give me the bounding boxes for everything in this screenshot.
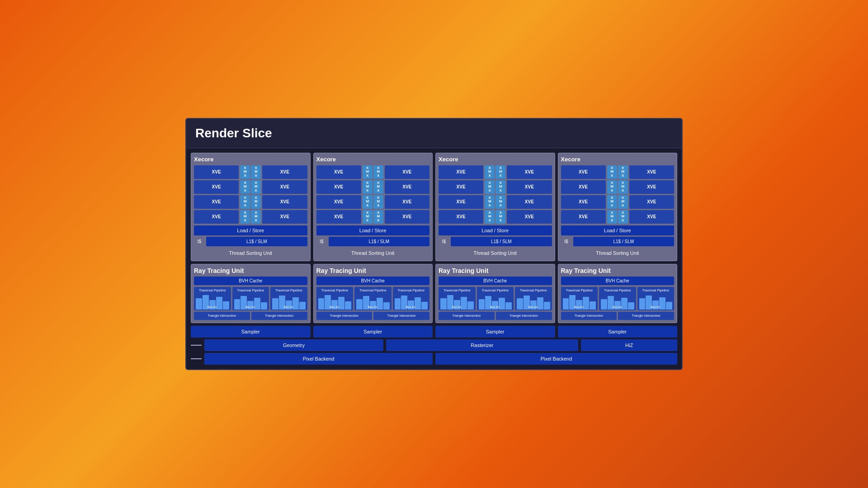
- xve-rows-4: XVE XMX XMX XVE XVE XMX XMX XVE: [561, 165, 675, 224]
- xve-rows-3: XVE XMX XMX XVE XVE XMX XMX XVE: [439, 165, 552, 224]
- traversal-pipeline: Traversal Pipeline Box Int.: [316, 287, 354, 310]
- xe-cores-row: Xecore XVE XMX XMX XVE XVE: [191, 153, 677, 261]
- triangle-intersection: Triangle Intersection: [251, 312, 307, 320]
- rt-unit-4: Ray Tracing Unit BVH Cache Traversal Pip…: [558, 264, 678, 323]
- rt-title-3: Ray Tracing Unit: [439, 267, 552, 274]
- traversal-label: Traversal Pipeline: [195, 288, 230, 292]
- xmx-block: XMX: [240, 210, 250, 224]
- page-title: Render Slice: [195, 126, 673, 141]
- xve-block: XVE: [194, 180, 239, 194]
- xve-row: XVE XMX XMX XVE: [194, 180, 307, 194]
- main-container: Render Slice Xecore XVE XMX XMX: [185, 118, 683, 370]
- thread-sort-1: Thread Sorting Unit: [194, 248, 307, 258]
- geo-rast-row: Geometry Rasterizer HiZ: [191, 339, 677, 351]
- bvh-cache-4: BVH Cache: [561, 277, 675, 285]
- xve-block: XVE: [262, 165, 307, 179]
- xve-row: XVE XMX XMX XVE: [194, 210, 307, 224]
- triangle-row-4: Triangle Intersection Triangle Intersect…: [561, 312, 675, 320]
- bvh-cache-2: BVH Cache: [316, 277, 430, 285]
- traversal-pipeline: Traversal Pipeline Box Int.: [354, 287, 392, 310]
- sampler-4: Sampler: [558, 326, 678, 338]
- load-store-2: Load / Store: [316, 225, 430, 235]
- load-store-3: Load / Store: [439, 225, 552, 235]
- xve-block: XVE: [194, 195, 239, 209]
- xve-row: XVE XMX XMX XVE: [194, 195, 307, 209]
- traversal-bars: Box Int.: [233, 294, 269, 310]
- box-int-label: Box Int.: [271, 305, 307, 309]
- sampler-row: Sampler Sampler Sampler Sampler: [191, 326, 677, 338]
- traversal-pipeline: Traversal Pipeline Box Int.: [194, 287, 231, 310]
- xve-block: XVE: [262, 210, 307, 224]
- xve-block: XVE: [194, 210, 239, 224]
- box-int-label: Box Int.: [233, 305, 269, 309]
- xmx-group: XMX XMX: [240, 165, 261, 179]
- xe-core-1-title: Xecore: [194, 156, 307, 163]
- xe-core-2: Xecore XVE XMX XMX XVE XVE XMX: [313, 153, 433, 261]
- xve-row: XVE XMX XMX XVE: [561, 165, 675, 179]
- traversal-row-4: Traversal Pipeline Box Int. Traversal Pi…: [561, 287, 675, 310]
- traversal-bars: Box Int.: [195, 294, 230, 310]
- xmx-block: XMX: [251, 210, 261, 224]
- rt-title-1: Ray Tracing Unit: [194, 267, 307, 274]
- cache-row-3: I$ L1$ / SLM: [439, 237, 552, 246]
- traversal-row-1: Traversal Pipeline Box Int. Traversal Pi…: [194, 287, 307, 310]
- cache-row-4: I$ L1$ / SLM: [561, 237, 675, 246]
- xe-core-4-title: Xecore: [561, 156, 675, 163]
- thread-sort-2: Thread Sorting Unit: [316, 248, 430, 258]
- xve-row: XVE XMX XMX XVE: [561, 195, 675, 209]
- xe-core-3-title: Xecore: [439, 156, 552, 163]
- triangle-row-1: Triangle Intersection Triangle Intersect…: [194, 312, 307, 320]
- bottom-section: Sampler Sampler Sampler Sampler Geometry…: [191, 326, 677, 365]
- bvh-cache-3: BVH Cache: [439, 277, 552, 285]
- xve-row: XVE XMX XMX XVE: [316, 180, 430, 194]
- xve-row: XVE XMX XMX XVE: [439, 195, 552, 209]
- pixel-line: [191, 358, 202, 359]
- xve-row: XVE XMX XMX XVE: [439, 165, 552, 179]
- pixel-row: Pixel Backend Pixel Backend: [191, 353, 677, 365]
- sampler-3: Sampler: [435, 326, 555, 338]
- title-bar: Render Slice: [186, 119, 682, 148]
- traversal-bars: Box Int.: [271, 294, 307, 310]
- rt-title-4: Ray Tracing Unit: [561, 267, 675, 274]
- traversal-pipeline: Traversal Pipeline Box Int.: [599, 287, 636, 310]
- traversal-pipeline: Traversal Pipeline Box Int.: [232, 287, 269, 310]
- rt-units-row: Ray Tracing Unit BVH Cache Traversal Pip…: [191, 264, 677, 323]
- xe-core-4: Xecore XVE XMX XMX XVE XVE XMX: [558, 153, 678, 261]
- sampler-1: Sampler: [191, 326, 311, 338]
- i-cache-1: I$: [194, 237, 205, 246]
- xve-row: XVE XMX XMX XVE: [439, 180, 552, 194]
- xmx-group: XMX XMX: [240, 210, 261, 224]
- traversal-row-2: Traversal Pipeline Box Int. Traversal Pi…: [316, 287, 430, 310]
- xve-row: XVE XMX XMX XVE: [561, 180, 675, 194]
- hiz-block: HiZ: [581, 339, 677, 351]
- thread-sort-3: Thread Sorting Unit: [439, 248, 552, 258]
- xmx-block: XMX: [251, 195, 261, 209]
- thread-sort-4: Thread Sorting Unit: [561, 248, 675, 258]
- rt-unit-2: Ray Tracing Unit BVH Cache Traversal Pip…: [313, 264, 433, 323]
- geometry-block: Geometry: [204, 339, 383, 351]
- xve-row: XVE XMX XMX XVE: [194, 165, 307, 179]
- xe-core-2-title: Xecore: [316, 156, 430, 163]
- load-store-4: Load / Store: [561, 225, 675, 235]
- pixel-backend-2: Pixel Backend: [435, 353, 677, 365]
- rt-title-2: Ray Tracing Unit: [316, 267, 430, 274]
- traversal-label: Traversal Pipeline: [271, 288, 307, 292]
- pixel-backend-1: Pixel Backend: [204, 353, 433, 365]
- l1-slm-1: L1$ / SLM: [206, 237, 307, 246]
- xmx-group: XMX XMX: [240, 195, 261, 209]
- traversal-label: Traversal Pipeline: [233, 288, 269, 292]
- xve-row: XVE XMX XMX XVE: [316, 195, 430, 209]
- xe-core-3: Xecore XVE XMX XMX XVE XVE XMX: [435, 153, 555, 261]
- cache-row-2: I$ L1$ / SLM: [316, 237, 430, 246]
- xmx-block: XMX: [240, 195, 250, 209]
- rt-unit-3: Ray Tracing Unit BVH Cache Traversal Pip…: [435, 264, 555, 323]
- rasterizer-block: Rasterizer: [386, 339, 579, 351]
- triangle-row-3: Triangle Intersection Triangle Intersect…: [439, 312, 552, 320]
- xve-rows-1: XVE XMX XMX XVE XVE XMX XMX: [194, 165, 307, 224]
- rt-unit-1: Ray Tracing Unit BVH Cache Traversal Pip…: [191, 264, 311, 323]
- bvh-cache-1: BVH Cache: [194, 277, 307, 285]
- xe-core-1: Xecore XVE XMX XMX XVE XVE: [191, 153, 311, 261]
- xve-block: XVE: [262, 180, 307, 194]
- traversal-pipeline: Traversal Pipeline Box Int.: [477, 287, 514, 310]
- xmx-group: XMX XMX: [240, 180, 261, 194]
